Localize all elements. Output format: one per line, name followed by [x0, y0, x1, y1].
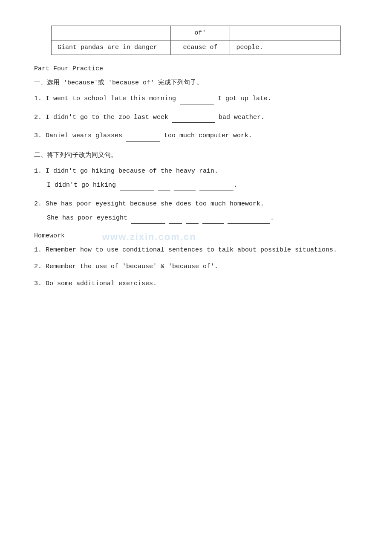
exercise-text-2b: bad weather.	[215, 114, 265, 121]
homework-item-2: 2. Remember the use of 'because' & 'beca…	[34, 261, 358, 272]
homework-text-3: 3. Do some additional exercises.	[34, 280, 157, 287]
table-row: Giant pandas are in danger ecause of peo…	[52, 40, 341, 55]
exercise-item-1: 1. I went to school late this morning I …	[34, 93, 358, 104]
watermark: www.zixin.com.cn	[102, 231, 196, 243]
rewrite-end-2: .	[270, 214, 274, 222]
homework-title-container: Homework www.zixin.com.cn	[34, 232, 358, 240]
rewrite-sep-2c	[199, 214, 202, 222]
section-one-instruction: 一、选用 'because'或 'because of' 完成下列句子。	[34, 78, 358, 87]
exercise-item-s2-1: 1. I didn't go hiking because of the hea…	[34, 166, 358, 191]
blank-3[interactable]	[126, 134, 160, 142]
table-section: of' Giant pandas are in danger ecause of…	[34, 26, 358, 55]
exercise-text-3: 3. Daniel wears glasses	[34, 132, 126, 139]
blank-r1a[interactable]	[120, 183, 154, 191]
table-cell-r1c2: of'	[170, 26, 230, 40]
homework-item-1: 1. Remember how to use conditional sente…	[34, 245, 358, 256]
homework-text-2: 2. Remember the use of 'because' & 'beca…	[34, 263, 218, 270]
section-one: 一、选用 'because'或 'because of' 完成下列句子。 1. …	[34, 78, 358, 142]
exercise-item-s2-2: 2. She has poor eyesight because she doe…	[34, 199, 358, 224]
blank-r2c[interactable]	[186, 216, 199, 224]
blank-1[interactable]	[180, 97, 214, 104]
blank-r1d[interactable]	[199, 183, 233, 191]
table-cell-r1c1	[52, 26, 171, 40]
blank-r2e[interactable]	[228, 216, 270, 224]
blank-r1c[interactable]	[174, 183, 196, 191]
rewrite-sep-1a	[154, 182, 158, 189]
rewrite-sep-2b	[182, 214, 186, 222]
exercise-text-2: 2. I didn't go to the zoo last week	[34, 114, 172, 121]
homework-label: Homework	[34, 232, 65, 240]
table-cell-r2c2: ecause of	[170, 40, 230, 55]
blank-r2d[interactable]	[202, 216, 224, 224]
homework-text-1: 1. Remember how to use conditional sente…	[34, 246, 337, 254]
section-two: 二、将下列句子改为同义句。 1. I didn't go hiking beca…	[34, 151, 358, 224]
rewrite-prefix-2: She has poor eyesight	[47, 214, 131, 222]
blank-r2b[interactable]	[169, 216, 182, 224]
homework-item-3: 3. Do some additional exercises.	[34, 278, 358, 289]
section-two-instruction: 二、将下列句子改为同义句。	[34, 151, 358, 159]
exercise-rewrite-1: I didn't go hiking .	[47, 180, 358, 191]
table-cell-r1c3	[230, 26, 341, 40]
blank-r2a[interactable]	[131, 216, 165, 224]
rewrite-sep-1b	[170, 182, 174, 189]
exercise-rewrite-2: She has poor eyesight .	[47, 213, 358, 224]
blank-r1b[interactable]	[158, 183, 170, 191]
exercise-original-2: 2. She has poor eyesight because she doe…	[34, 199, 358, 210]
rewrite-prefix-1: I didn't go hiking	[47, 182, 120, 189]
rewrite-sep-2d	[224, 214, 228, 222]
blank-2[interactable]	[172, 115, 215, 123]
rewrite-end-1: .	[233, 182, 237, 189]
rewrite-sep-1c	[196, 182, 199, 189]
exercise-original-1: 1. I didn't go hiking because of the hea…	[34, 166, 358, 177]
exercise-item-3: 3. Daniel wears glasses too much compute…	[34, 130, 358, 142]
table-cell-r2c3: people.	[230, 40, 341, 55]
exercise-item-2: 2. I didn't go to the zoo last week bad …	[34, 112, 358, 123]
exercise-text-3b: too much computer work.	[160, 132, 252, 139]
homework-section: Homework www.zixin.com.cn 1. Remember ho…	[34, 232, 358, 289]
table-cell-r2c1: Giant pandas are in danger	[52, 40, 171, 55]
part-title: Part Four Practice	[34, 65, 358, 72]
table-row: of'	[52, 26, 341, 40]
exercise-text-1: 1. I went to school late this morning	[34, 95, 180, 102]
rewrite-sep-2a	[165, 214, 169, 222]
vocabulary-table: of' Giant pandas are in danger ecause of…	[51, 26, 341, 55]
exercise-text-1b: I got up late.	[214, 95, 271, 102]
